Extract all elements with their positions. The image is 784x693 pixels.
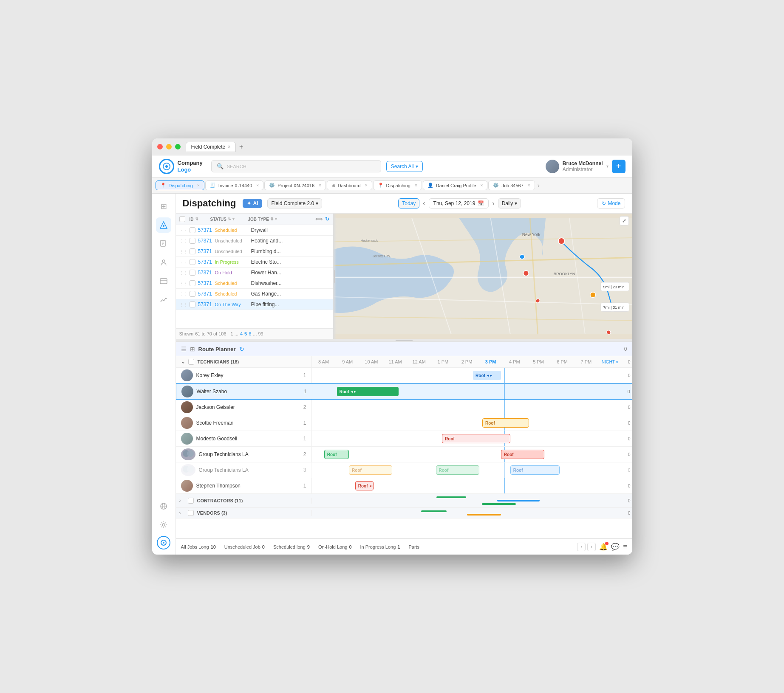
tab-daniel-profile[interactable]: 👤 Daniel Craig Profile × [423, 180, 488, 190]
sidebar-item-docs[interactable] [156, 236, 171, 251]
vendors-chevron[interactable]: › [179, 510, 181, 516]
contractors-checkbox[interactable] [188, 498, 194, 504]
row-status: Scheduled [215, 281, 251, 286]
vendors-section-col: › VENDORS (3) [176, 510, 312, 516]
job-chip[interactable]: Roof [436, 465, 479, 475]
job-chip[interactable]: Roof [501, 450, 544, 459]
filter-icon[interactable]: ▾ [232, 217, 235, 221]
resize-handle[interactable] [333, 214, 337, 339]
table-row[interactable]: ⋮⋮ 57371 Scheduled Drywall [176, 225, 333, 236]
tab-close-icon[interactable]: × [528, 183, 530, 188]
add-new-button[interactable]: + [612, 160, 626, 173]
search-bar[interactable]: 🔍 SEARCH [211, 160, 381, 172]
job-chip[interactable]: Roof [482, 418, 529, 428]
search-all-button[interactable]: Search All ▾ [386, 161, 423, 172]
notification-bell[interactable]: 🔔 [599, 543, 608, 551]
browser-tab[interactable]: Field Complete × [186, 142, 236, 152]
tab-dispatching-2[interactable]: 📍 Dispatching × [373, 180, 422, 190]
scroll-up-button[interactable]: › [577, 543, 586, 551]
table-row[interactable]: ⋮⋮ 57371 Unscheduled Plumbing d... [176, 246, 333, 257]
sidebar-item-grid[interactable]: ⊞ [156, 199, 171, 214]
tab-dispatching-1[interactable]: 📍 Dispatching × [156, 180, 204, 190]
select-all-tech-checkbox[interactable] [188, 359, 194, 365]
table-row[interactable]: ⋮⋮ 57371 Unscheduled Heating and... [176, 236, 333, 246]
browser-tab-close[interactable]: × [228, 144, 230, 149]
filter-select[interactable]: Field Complete 2.0 ▾ [267, 198, 322, 208]
job-chip[interactable]: Roof [349, 465, 392, 475]
svg-point-31 [523, 270, 529, 276]
app-window: Field Complete × + Company Logo 🔍 SEARCH [152, 138, 632, 555]
job-chip[interactable]: Roof [324, 450, 349, 459]
tab-close-icon[interactable]: × [319, 183, 321, 188]
sidebar-item-dispatch[interactable] [156, 217, 171, 233]
tab-invoice[interactable]: 🧾 Invoice X-14440 × [205, 180, 263, 190]
expand-cols-icon[interactable]: ⟺ [315, 216, 323, 222]
filter-icon[interactable]: ▾ [275, 217, 277, 221]
scroll-down-button[interactable]: ‹ [587, 543, 596, 551]
job-chip[interactable]: Roof ◄► [337, 387, 399, 396]
job-chip[interactable]: Roof [510, 465, 560, 475]
refresh-table-icon[interactable]: ↻ [325, 216, 329, 222]
nav-bar: Company Logo 🔍 SEARCH Search All ▾ Bruce… [152, 155, 632, 177]
sidebar-item-billing[interactable] [156, 273, 171, 289]
contractors-chevron[interactable]: › [179, 498, 181, 504]
list-view-icon[interactable]: ≡ [623, 543, 627, 551]
ai-button[interactable]: ✦ AI [243, 199, 262, 208]
map-expand-icon[interactable]: ⤢ [620, 216, 629, 225]
row-checkbox[interactable] [190, 248, 195, 254]
row-checkbox[interactable] [190, 259, 195, 265]
chat-icon[interactable]: 💬 [611, 543, 620, 551]
new-tab-button[interactable]: + [239, 143, 243, 151]
chip-arrows-icon: ◄► [368, 484, 374, 488]
page-4-link[interactable]: 4 [240, 331, 243, 336]
table-row[interactable]: ⋮⋮ 57371 On Hold Flower Han... [176, 268, 333, 278]
more-tabs-icon[interactable]: › [538, 182, 540, 189]
tab-dashboard[interactable]: ⊞ Dashboard × [327, 180, 372, 190]
tab-project[interactable]: ⚙️ Project XN-24016 × [264, 180, 326, 190]
tab-close-icon[interactable]: × [415, 183, 417, 188]
status-all-jobs: All Jobs Long 10 [181, 544, 216, 549]
vendors-checkbox[interactable] [188, 510, 194, 516]
sidebar-item-global[interactable] [156, 499, 171, 514]
page-6-link[interactable]: 6 [249, 331, 251, 336]
tab-close-icon[interactable]: × [481, 183, 483, 188]
tab-job[interactable]: ⚙️ Job 34567 × [488, 180, 535, 190]
sidebar-item-reports[interactable] [156, 292, 171, 307]
row-checkbox[interactable] [190, 238, 195, 244]
route-refresh-button[interactable]: ↻ [239, 346, 244, 352]
row-checkbox[interactable] [190, 301, 195, 307]
tab-close-icon[interactable]: × [365, 183, 368, 188]
row-status: Scheduled [215, 291, 251, 296]
col-jobtype-header[interactable]: JOB TYPE ⇅ ▾ [248, 217, 314, 222]
prev-date-button[interactable]: ‹ [423, 200, 425, 207]
row-checkbox[interactable] [190, 227, 195, 233]
minimize-button[interactable] [166, 144, 172, 149]
tab-close-icon[interactable]: × [197, 183, 200, 188]
col-status-header[interactable]: STATUS ⇅ ▾ [210, 217, 246, 222]
row-checkbox[interactable] [190, 291, 195, 297]
sidebar-item-settings[interactable] [156, 517, 171, 532]
table-row[interactable]: ⋮⋮ 57371 Scheduled Gas Range... [176, 289, 333, 299]
onhold-long-count: 0 [349, 544, 351, 549]
job-chip[interactable]: Roof [442, 434, 510, 443]
today-button[interactable]: Today [398, 198, 419, 208]
collapse-icon[interactable]: ⌄ [181, 359, 185, 365]
next-date-button[interactable]: › [492, 200, 494, 207]
close-button[interactable] [157, 144, 163, 149]
row-checkbox[interactable] [190, 280, 195, 286]
col-id-header[interactable]: ID ⇅ [190, 217, 209, 222]
mode-button[interactable]: ↻ Mode [597, 198, 625, 208]
maximize-button[interactable] [175, 144, 181, 149]
search-icon: 🔍 [217, 163, 224, 169]
date-display[interactable]: Thu, Sep 12, 2019 📅 [429, 198, 489, 208]
table-row[interactable]: ⋮⋮ 57371 In Progress Electric Sto... [176, 257, 333, 268]
job-chip[interactable]: Roof ◄► [355, 481, 374, 490]
select-all-checkbox[interactable] [179, 216, 185, 222]
tab-close-icon[interactable]: × [256, 183, 259, 188]
table-row[interactable]: ⋮⋮ 57371 Scheduled Dishwasher... [176, 278, 333, 289]
daily-select[interactable]: Daily ▾ [498, 198, 521, 208]
job-chip[interactable]: Roof ◄► [473, 371, 501, 380]
sidebar-item-people[interactable] [156, 255, 171, 270]
row-checkbox[interactable] [190, 270, 195, 276]
table-row[interactable]: ⋮⋮ 57371 On The Way Pipe fitting... [176, 299, 333, 310]
